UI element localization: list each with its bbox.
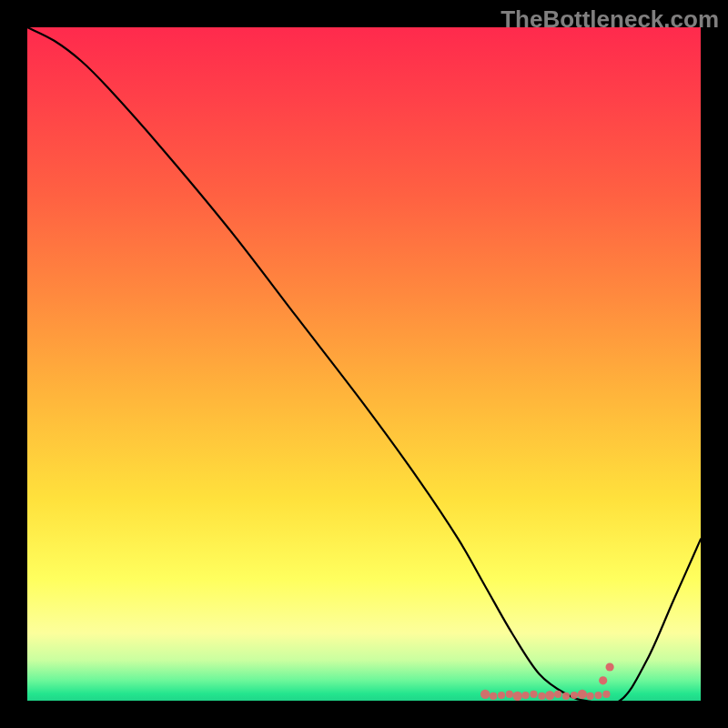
svg-point-4	[513, 692, 522, 701]
svg-point-3	[506, 691, 513, 698]
svg-point-13	[587, 693, 594, 700]
plot-area	[27, 27, 701, 701]
svg-point-6	[530, 691, 537, 698]
svg-point-10	[562, 693, 570, 700]
svg-point-5	[522, 692, 530, 699]
svg-point-16	[599, 676, 607, 684]
svg-point-9	[554, 691, 561, 698]
svg-point-8	[545, 691, 554, 700]
svg-point-1	[490, 693, 497, 700]
chart-frame: TheBottleneck.com	[0, 0, 728, 728]
svg-point-14	[594, 692, 602, 699]
svg-point-11	[571, 692, 578, 699]
svg-point-0	[480, 690, 490, 699]
svg-point-2	[498, 692, 505, 699]
svg-point-7	[538, 693, 545, 700]
svg-point-15	[602, 691, 610, 698]
svg-point-17	[606, 662, 614, 671]
bottleneck-curve	[27, 27, 701, 701]
svg-point-12	[578, 690, 587, 699]
